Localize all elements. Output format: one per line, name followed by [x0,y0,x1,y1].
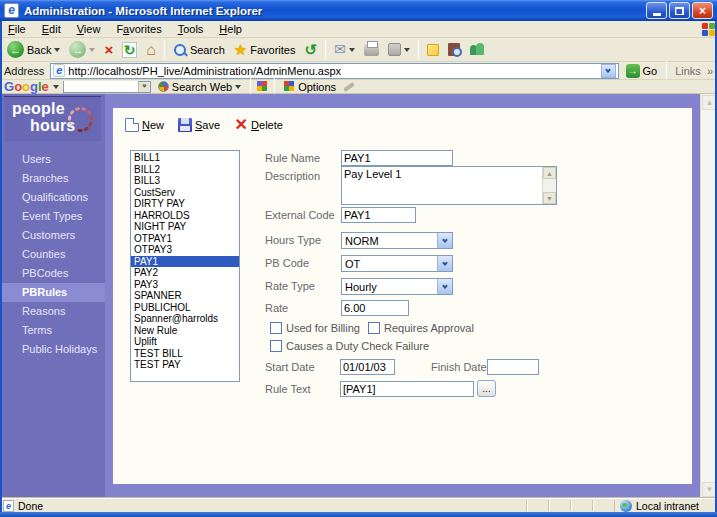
google-search-dropdown[interactable] [138,82,150,92]
sidebar-item-users[interactable]: Users [0,150,105,169]
options-label: Options [298,81,336,93]
menu-item-favorites[interactable]: Favorites [108,22,169,36]
start-date-input[interactable] [340,359,395,375]
rule-name-input[interactable] [341,150,453,166]
rate-type-label: Rate Type [265,280,315,292]
menu-item-file[interactable]: File [0,22,34,36]
sticky-note-icon [427,44,439,56]
browser-window: e Administration - Microsoft Internet Ex… [0,0,717,517]
back-dropdown-icon[interactable] [54,48,60,52]
menu-item-tools[interactable]: Tools [170,22,212,36]
restore-button[interactable] [669,2,690,19]
sidebar-item-qualifications[interactable]: Qualifications [0,188,105,207]
sidebar-item-counties[interactable]: Counties [0,245,105,264]
back-button[interactable]: ← Back [4,40,63,59]
close-button[interactable]: × [692,2,713,19]
edit-dropdown-icon[interactable] [404,48,410,52]
google-logo-dropdown-icon[interactable] [53,85,59,89]
search-button[interactable]: Search [170,42,228,58]
go-button[interactable]: → Go [623,64,661,78]
sidebar-item-pbcodes[interactable]: PBCodes [0,264,105,283]
search-web-label: Search Web [172,81,232,93]
finish-date-input[interactable] [487,359,539,375]
links-label[interactable]: Links [673,65,703,77]
rule-text-browse-button[interactable]: ... [477,380,496,397]
ie-toolbar: ← Back → × ↻ ⌂ Search ★ Favorites ↺ ✉ [0,38,717,62]
google-logo-letter: G [4,79,14,94]
search-web-dropdown-icon[interactable] [235,85,241,89]
notes-button[interactable] [424,43,442,57]
edit-button[interactable] [385,42,413,57]
external-code-label: External Code [265,209,335,221]
mail-button[interactable]: ✉ [331,42,358,57]
links-chevron-icon[interactable]: » [707,65,713,77]
sidebar-item-public-holidays[interactable]: Public Holidays [0,340,105,359]
pb-code-label: PB Code [265,257,309,269]
menu-item-view[interactable]: View [69,22,109,36]
favorites-button[interactable]: ★ Favorites [231,42,299,58]
sidebar-item-customers[interactable]: Customers [0,226,105,245]
research-button[interactable] [445,42,463,57]
rule-text-input[interactable] [340,381,474,397]
rate-input[interactable] [341,300,409,316]
finish-date-label: Finish Date [431,361,487,373]
mail-dropdown-icon[interactable] [349,48,355,52]
window-title: Administration - Microsoft Internet Expl… [24,5,646,17]
nav-sidebar: people hours UsersBranchesQualifications… [0,94,105,498]
go-label: Go [643,65,658,77]
chevron-down-icon[interactable] [437,279,452,294]
forward-button[interactable]: → [66,40,98,59]
page-area: people hours UsersBranchesQualifications… [0,94,700,498]
duty-check-failure-checkbox[interactable] [270,340,282,352]
pagerank-icon[interactable] [257,81,268,92]
highlighter-icon[interactable] [343,81,355,91]
scroll-down-icon[interactable]: ▼ [543,192,556,204]
stop-icon: × [104,43,113,57]
google-search-box [63,81,151,93]
refresh-button[interactable]: ↻ [119,41,140,59]
requires-approval-checkbox[interactable] [368,322,380,334]
zone-label: Local intranet [636,500,699,512]
google-logo-letter: e [42,79,49,94]
menu-item-help[interactable]: Help [211,22,250,36]
search-label: Search [190,44,225,56]
hours-type-select[interactable]: NORM [341,232,453,249]
sidebar-item-pbrules[interactable]: PBRules [0,283,105,302]
search-web-button[interactable]: Search Web [155,80,244,94]
scroll-up-icon[interactable]: ▲ [543,167,556,179]
sidebar-nav: UsersBranchesQualificationsEvent TypesCu… [0,150,105,359]
address-label: Address [4,65,46,77]
description-textarea[interactable]: Pay Level 1 ▲ ▼ [341,166,557,205]
messenger-button[interactable] [466,42,487,57]
sidebar-item-branches[interactable]: Branches [0,169,105,188]
google-search-input[interactable] [64,81,138,92]
sidebar-item-terms[interactable]: Terms [0,321,105,340]
sidebar-item-reasons[interactable]: Reasons [0,302,105,321]
minimize-button[interactable] [646,2,667,19]
windows-flag-icon [700,21,716,37]
options-button[interactable]: Options [281,80,339,94]
rule-text-label: Rule Text [265,383,311,395]
history-button[interactable]: ↺ [301,42,320,58]
menu-item-edit[interactable]: Edit [34,22,69,36]
window-left-border [0,21,2,512]
rate-type-select[interactable]: Hourly [341,278,453,295]
search-icon [173,43,187,57]
chevron-down-icon[interactable] [437,233,452,248]
address-input[interactable] [68,65,597,77]
home-button[interactable]: ⌂ [143,41,159,58]
description-scrollbar[interactable]: ▲ ▼ [542,167,556,204]
address-dropdown-button[interactable] [601,64,616,78]
rate-type-value: Hourly [342,281,437,293]
rule-form: Rule Name Description Pay Level 1 ▲ ▼ Ex… [113,108,692,484]
stop-button[interactable]: × [101,42,116,58]
used-for-billing-checkbox[interactable] [270,322,282,334]
chevron-down-icon[interactable] [437,256,452,271]
pb-code-select[interactable]: OT [341,255,453,272]
print-button[interactable] [361,43,382,57]
duty-check-failure-label: Causes a Duty Check Failure [286,340,429,352]
google-logo[interactable]: Google [4,79,49,94]
sidebar-item-event-types[interactable]: Event Types [0,207,105,226]
external-code-input[interactable] [341,207,416,223]
used-for-billing-label: Used for Billing [286,322,360,334]
